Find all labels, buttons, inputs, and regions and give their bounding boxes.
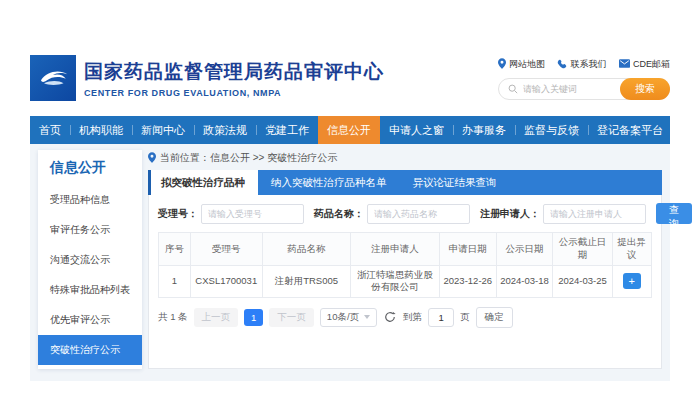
page-number-1[interactable]: 1 [244,309,263,326]
filter-acceptance-no-input[interactable] [201,204,304,224]
total-count: 共 1 条 [158,311,188,324]
filter-row: 受理号： 药品名称： 注册申请人： 查询 [158,203,652,224]
contact-link[interactable]: 联系我们 [557,58,606,71]
search-input[interactable] [523,84,619,94]
page-size-value: 10条/页 [327,311,359,324]
nav-item-applicant-window[interactable]: 申请人之窗 [380,116,453,144]
quick-links: 网站地图 联系我们 CDE邮箱 [498,58,670,71]
sitemap-label: 网站地图 [509,58,545,71]
cell-acceptance-no: CXSL1700031 [191,266,262,298]
sidebar-title: 信息公开 [38,150,142,185]
sidebar-item-review-tasks[interactable]: 审评任务公示 [38,215,142,245]
cell-publicity-date: 2024-03-18 [496,266,553,298]
cell-objection: + [612,266,651,298]
location-pin-icon [498,58,506,71]
main-nav: 首页 机构职能 新闻中心 政策法规 党建工作 信息公开 申请人之窗 办事服务 监… [30,116,670,144]
nav-item-services[interactable]: 办事服务 [453,116,515,144]
col-header-apply-date: 申请日期 [439,233,496,266]
nav-item-info-disclosure[interactable]: 信息公开 [318,116,380,144]
filter-drug-name-input[interactable] [367,204,470,224]
cell-publicity-deadline: 2024-03-25 [553,266,612,298]
filter-applicant-label: 注册申请人： [480,207,540,221]
jump-suffix-label: 页 [460,311,470,324]
col-header-drug-name: 药品名称 [262,233,351,266]
contact-label: 联系我们 [570,58,606,71]
col-header-objection: 提出异议 [612,233,651,266]
pagination: 共 1 条 上一页 1 下一页 10条/页 到第 页 确定 [158,307,652,328]
nav-item-home[interactable]: 首页 [30,116,70,144]
sidebar-item-special-approval-list[interactable]: 特殊审批品种列表 [38,275,142,305]
col-header-publicity-deadline: 公示截止日期 [553,233,612,266]
site-title: 国家药品监督管理局药品审评中心 [84,59,384,85]
nav-item-functions[interactable]: 机构职能 [70,116,132,144]
brand-titles: 国家药品监督管理局药品审评中心 CENTER FOR DRUG EVALUATI… [84,59,384,98]
prev-page-button[interactable]: 上一页 [194,308,239,327]
add-objection-button[interactable]: + [623,273,641,289]
nav-item-party-building[interactable]: 党建工作 [256,116,318,144]
col-header-applicant: 注册申请人 [351,233,440,266]
nav-item-news[interactable]: 新闻中心 [132,116,194,144]
query-button[interactable]: 查询 [656,203,692,224]
refresh-icon[interactable] [384,311,396,323]
mailbox-label: CDE邮箱 [633,58,670,71]
cde-mailbox-link[interactable]: CDE邮箱 [619,58,670,71]
page-size-select[interactable]: 10条/页 [320,308,377,327]
sidebar-item-breakthrough-therapy[interactable]: 突破性治疗公示 [38,335,142,365]
sidebar-item-communication[interactable]: 沟通交流公示 [38,245,142,275]
jump-prefix-label: 到第 [403,311,422,324]
cde-logo-icon [30,55,76,101]
tab-bar: 拟突破性治疗品种 纳入突破性治疗品种名单 异议论证结果查询 [148,170,662,195]
jump-page-input[interactable] [428,308,454,327]
filter-acceptance-no-label: 受理号： [158,207,198,221]
brand: 国家药品监督管理局药品审评中心 CENTER FOR DRUG EVALUATI… [30,55,384,101]
query-panel: 受理号： 药品名称： 注册申请人： 查询 序号 [148,195,662,369]
filter-applicant-input[interactable] [543,204,646,224]
breadcrumb: 当前位置：信息公开 >> 突破性治疗公示 [148,150,662,165]
site-subtitle: CENTER FOR DRUG EVALUATION, NMPA [84,88,384,98]
tab-proposed-breakthrough[interactable]: 拟突破性治疗品种 [148,170,258,195]
page: 国家药品监督管理局药品审评中心 CENTER FOR DRUG EVALUATI… [30,55,670,381]
tab-included-list[interactable]: 纳入突破性治疗品种名单 [258,170,400,195]
search-icon [508,84,518,94]
search-button[interactable]: 搜索 [620,78,670,100]
search-area: 搜索 [498,78,670,100]
cell-apply-date: 2023-12-26 [439,266,496,298]
next-page-button[interactable]: 下一页 [269,308,314,327]
col-header-no: 序号 [159,233,191,266]
sitemap-link[interactable]: 网站地图 [498,58,545,71]
nav-item-registration-platform[interactable]: 登记备案平台 [588,116,672,144]
col-header-acceptance-no: 受理号 [191,233,262,266]
site-header: 国家药品监督管理局药品审评中心 CENTER FOR DRUG EVALUATI… [30,55,670,113]
content: 信息公开 受理品种信息 审评任务公示 沟通交流公示 特殊审批品种列表 优先审评公… [30,144,670,381]
confirm-button[interactable]: 确定 [476,307,513,328]
col-header-publicity-date: 公示日期 [496,233,553,266]
nav-item-supervision-feedback[interactable]: 监督与反馈 [515,116,588,144]
breadcrumb-pin-icon [148,152,156,163]
results-table: 序号 受理号 药品名称 注册申请人 申请日期 公示日期 公示截止日期 提出异议 [158,232,652,298]
cell-applicant: 浙江特瑞思药业股份有限公司 [351,266,440,298]
cell-drug-name: 注射用TRS005 [262,266,351,298]
sidebar-item-priority-review[interactable]: 优先审评公示 [38,305,142,335]
table-row: 1 CXSL1700031 注射用TRS005 浙江特瑞思药业股份有限公司 20… [159,266,652,298]
main-area: 当前位置：信息公开 >> 突破性治疗公示 拟突破性治疗品种 纳入突破性治疗品种名… [148,150,662,369]
tab-objection-results[interactable]: 异议论证结果查询 [400,170,510,195]
header-right: 网站地图 联系我们 CDE邮箱 [498,55,670,100]
filter-drug-name-label: 药品名称： [314,207,364,221]
sidebar: 信息公开 受理品种信息 审评任务公示 沟通交流公示 特殊审批品种列表 优先审评公… [38,150,142,369]
phone-icon [557,59,567,71]
nav-item-policies[interactable]: 政策法规 [194,116,256,144]
breadcrumb-text: 当前位置：信息公开 >> 突破性治疗公示 [160,151,337,165]
mail-icon [619,59,630,70]
sidebar-item-accepted-varieties[interactable]: 受理品种信息 [38,185,142,215]
cell-no: 1 [159,266,191,298]
chevron-down-icon [364,315,370,319]
table-header-row: 序号 受理号 药品名称 注册申请人 申请日期 公示日期 公示截止日期 提出异议 [159,233,652,266]
